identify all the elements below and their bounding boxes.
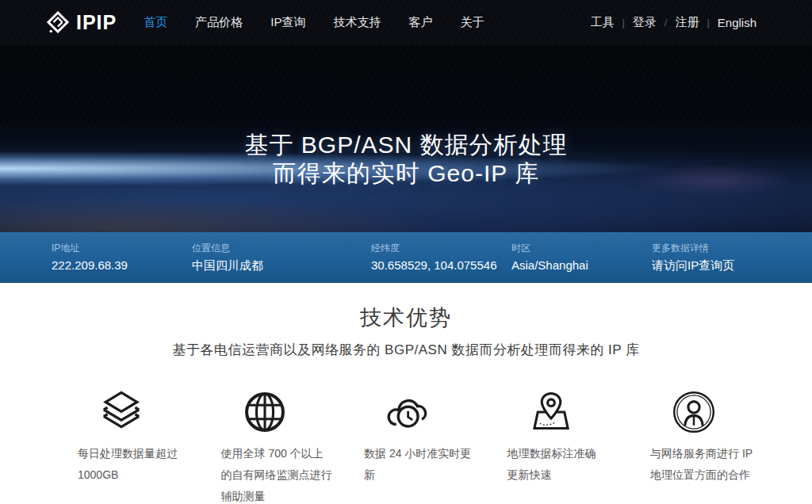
- nav-item-home[interactable]: 首页: [144, 15, 167, 30]
- ip-info-bar: IP地址 222.209.68.39 位置信息 中国四川成都 经纬度 30.65…: [0, 232, 812, 283]
- info-label: 经纬度: [371, 242, 511, 254]
- location-value: 中国四川成都: [192, 257, 371, 274]
- nav-item-customers[interactable]: 客户: [408, 15, 432, 30]
- info-label: IP地址: [52, 242, 192, 254]
- layers-icon: [78, 388, 165, 437]
- map-pin-icon: [508, 388, 595, 437]
- nav-login-link[interactable]: 登录: [633, 15, 657, 30]
- info-column-timezone: 时区 Asia/Shanghai: [511, 242, 652, 283]
- cloud-clock-icon: [364, 388, 451, 437]
- hero-title-line1: 基于 BGP/ASN 数据分析处理: [244, 132, 567, 158]
- info-label: 时区: [511, 242, 652, 254]
- nav-register-link[interactable]: 注册: [675, 15, 699, 30]
- feature-text: 每日处理数据量超过 1000GB: [78, 443, 221, 486]
- info-column-ip: IP地址 222.209.68.39: [52, 242, 192, 283]
- nav-separator: |: [622, 17, 624, 29]
- brand-logo[interactable]: IPIP: [46, 10, 117, 36]
- feature-item-daily-volume: 每日处理数据量超过 1000GB: [78, 388, 221, 504]
- feature-text: 地理数据标注准确 更新快速: [508, 443, 651, 486]
- feature-item-global-probes: 使用全球 700 个以上 的自有网络监测点进行 辅助测量: [221, 388, 365, 504]
- info-column-more: 更多数据详情 请访问IP查询页: [652, 242, 734, 283]
- nav-tools-link[interactable]: 工具: [590, 15, 614, 30]
- feature-item-realtime-update: 数据 24 小时准实时更 新: [364, 388, 508, 504]
- globe-icon: [221, 388, 308, 437]
- hero-title: 基于 BGP/ASN 数据分析处理而得来的实时 Geo-IP 库: [0, 131, 812, 188]
- feature-text: 与网络服务商进行 IP 地理位置方面的合作: [650, 443, 794, 486]
- coordinates-value: 30.658529, 104.075546: [371, 257, 511, 274]
- feature-item-isp-cooperation: 与网络服务商进行 IP 地理位置方面的合作: [650, 388, 794, 504]
- nav-item-pricing[interactable]: 产品价格: [195, 15, 243, 30]
- info-column-location: 位置信息 中国四川成都: [192, 242, 371, 283]
- ip-lookup-page-link[interactable]: 请访问IP查询页: [652, 257, 734, 274]
- nav-item-tech-support[interactable]: 技术支持: [333, 15, 381, 30]
- hero-title-line2: 而得来的实时 Geo-IP 库: [273, 160, 539, 186]
- feature-item-accurate-geodata: 地理数据标注准确 更新快速: [508, 388, 651, 504]
- nav-right: 工具 | 登录 / 注册 | English: [590, 15, 756, 30]
- features-title: 技术优势: [0, 304, 812, 332]
- info-label: 位置信息: [192, 242, 371, 254]
- brand-name: IPIP: [76, 11, 117, 34]
- info-column-coordinates: 经纬度 30.658529, 104.075546: [371, 242, 511, 283]
- nav-language-link[interactable]: English: [718, 16, 756, 29]
- nav-separator: |: [707, 17, 709, 29]
- info-label: 更多数据详情: [652, 242, 734, 254]
- person-circle-icon: [650, 388, 737, 437]
- timezone-value: Asia/Shanghai: [511, 257, 652, 274]
- ip-address-value: 222.209.68.39: [52, 257, 192, 274]
- nav-item-about[interactable]: 关于: [460, 15, 484, 30]
- ipip-logo-icon: [46, 10, 70, 36]
- nav-item-ip-lookup[interactable]: IP查询: [270, 15, 305, 30]
- feature-text: 使用全球 700 个以上 的自有网络监测点进行 辅助测量: [221, 443, 365, 504]
- features-section: 技术优势 基于各电信运营商以及网络服务的 BGP/ASN 数据而分析处理而得来的…: [0, 283, 812, 504]
- feature-text: 数据 24 小时准实时更 新: [364, 443, 508, 486]
- nav-separator: /: [665, 17, 668, 29]
- navbar: IPIP 首页 产品价格 IP查询 技术支持 客户 关于 工具 | 登录 / 注…: [0, 0, 812, 45]
- main-nav: 首页 产品价格 IP查询 技术支持 客户 关于: [144, 15, 484, 30]
- feature-row: 每日处理数据量超过 1000GB 使用全球 700 个以上 的自有网络监测点进行…: [78, 388, 793, 504]
- hero-section: 基于 BGP/ASN 数据分析处理而得来的实时 Geo-IP 库: [0, 45, 812, 232]
- features-subtitle: 基于各电信运营商以及网络服务的 BGP/ASN 数据而分析处理而得来的 IP 库: [0, 341, 812, 359]
